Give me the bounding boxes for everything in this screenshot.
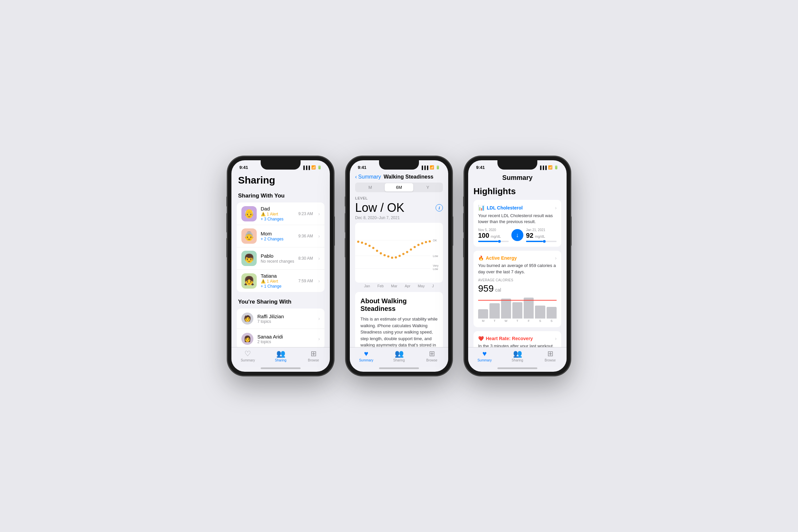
contact-name-mom: Mom [261,231,294,236]
avatar-mom: 👵 [241,228,257,244]
name-sanaa: Sanaa Aridi [258,334,313,340]
sharing-title: Sharing [231,171,330,191]
x-label-mar: Mar [391,284,397,288]
contact-pablo[interactable]: 👦 Pablo No recent changes 8:30 AM › [237,247,324,270]
tab-summary-phone3[interactable]: ♥ Summary [468,350,501,362]
contact-info-tatiana: Tatiana ⚠️ 1 Alert + 1 Change [261,273,294,289]
home-indicator-phone1 [261,367,301,369]
ws-scroll[interactable]: M 6M Y LEVEL Low / OK i Dec 8, 2020–Jun … [350,183,448,347]
ldl-unit1: mg/dL [491,234,501,239]
tab-browse-icon-phone1: ⊞ [310,350,317,358]
calorie-label: Average Calories [478,278,557,282]
tab-browse-phone2[interactable]: ⊞ Browse [415,350,448,362]
ldl-value2: 92 [526,232,533,239]
time-btn-m[interactable]: M [356,183,385,191]
avatar-sanaa: 👩 [241,333,253,345]
back-arrow[interactable]: ‹ [355,174,357,180]
dot-chart: OK Low Very Low [355,223,443,283]
day-s2: S [547,319,557,323]
bar-s2 [547,307,557,319]
tab-sharing-label-phone1: Sharing [275,358,286,362]
bar-m [478,309,488,319]
svg-point-17 [410,248,412,251]
svg-point-9 [380,252,382,255]
tab-sharing-phone1[interactable]: 👥 Sharing [264,350,297,362]
svg-point-18 [414,246,416,248]
tab-summary-icon-phone2: ♥ [364,350,368,358]
highlights-title: Highlights [468,185,567,200]
contact-time-dad: 9:23 AM [298,211,313,216]
alert-badge-tatiana: ⚠️ 1 Alert [261,279,278,284]
tab-summary-phone1[interactable]: ♡ Summary [231,350,264,362]
contact-name-dad: Dad [261,206,294,211]
active-energy-card[interactable]: 🔥 Active Energy › You burned an average … [474,251,561,327]
ldl-value-row1: 100 mg/dL [478,232,509,240]
contact-mom[interactable]: 👵 Mom + 2 Changes 9:36 AM › [237,225,324,247]
level-label: LEVEL [350,196,448,201]
topics-sanaa: 2 topics [258,340,313,344]
contact-tatiana[interactable]: 👧 Tatiana ⚠️ 1 Alert + 1 Change 7:5 [237,270,324,292]
phone-1-content: Sharing Sharing With You 👴 Dad ⚠️ 1 Aler… [231,171,330,372]
svg-text:Low: Low [433,267,438,271]
ldl-card[interactable]: 📊 LDL Cholesterol › Your recent LDL Chol… [474,200,561,247]
level-value-text: Low / OK [355,201,404,215]
home-indicator-phone3 [497,367,537,369]
active-energy-name-text: Active Energy [486,255,517,261]
heart-rate-name: ❤️ Heart Rate: Recovery [478,336,533,341]
ws-header: ‹ Summary Walking Steadiness [350,171,448,183]
tab-bar-phone2: ♥ Summary 👥 Sharing ⊞ Browse [350,347,448,367]
tab-sharing-label-phone2: Sharing [393,358,405,362]
contact-name-pablo: Pablo [261,253,294,259]
day-f: F [524,319,534,323]
sharing-raffi[interactable]: 🧑 Raffi Jilizian 7 topics › [237,308,324,329]
day-m: M [478,319,488,323]
status-time-2: 9:41 [358,165,366,170]
svg-point-21 [425,241,427,243]
calorie-chart: Average Calories 959 cal [478,278,557,323]
calorie-value-row: 959 cal [478,283,557,294]
tab-bar-phone1: ♡ Summary 👥 Sharing ⊞ Browse [231,347,330,367]
info-icon[interactable]: i [436,204,443,211]
avatar-raffi: 🧑 [241,312,253,324]
summary-scroll[interactable]: Highlights 📊 LDL Cholesterol › Your rece… [468,185,567,347]
svg-point-19 [417,244,420,246]
tab-browse-icon-phone2: ⊞ [429,350,435,358]
svg-point-6 [368,245,371,247]
contact-no-changes-pablo: No recent changes [261,259,294,264]
contact-dad[interactable]: 👴 Dad ⚠️ 1 Alert + 3 Changes 9:23 A [237,203,324,225]
tab-summary-label-phone2: Summary [359,358,374,362]
ldl-before: Nov 5, 2020 100 mg/dL [478,228,509,242]
tab-sharing-icon-phone3: 👥 [513,350,522,358]
sharing-scroll[interactable]: Sharing Sharing With You 👴 Dad ⚠️ 1 Aler… [231,171,330,347]
volume-down-btn [226,238,227,258]
tab-sharing-phone3[interactable]: 👥 Sharing [501,350,534,362]
tab-browse-phone1[interactable]: ⊞ Browse [297,350,330,362]
status-time: 9:41 [240,165,248,170]
avatar-tatiana: 👧 [241,273,257,289]
tab-sharing-label-phone3: Sharing [512,358,523,362]
back-label[interactable]: Summary [358,174,381,180]
volume-up-btn-2 [345,213,346,233]
tab-sharing-phone2[interactable]: 👥 Sharing [383,350,416,362]
time-btn-y[interactable]: Y [413,183,442,191]
changes-badge-mom: + 2 Changes [261,237,283,241]
contact-time-tatiana: 7:59 AM [298,279,313,283]
heart-rate-card[interactable]: ❤️ Heart Rate: Recovery › In the 3 minut… [474,331,561,347]
day-s1: S [535,319,545,323]
svg-point-16 [406,251,408,253]
volume-down-btn-2 [345,238,346,258]
chevron-sanaa: › [318,336,320,341]
section-sharing-with-you: Sharing With You [231,191,330,203]
ldl-bar-fill1 [478,241,498,242]
tab-browse-phone3[interactable]: ⊞ Browse [534,350,567,362]
tab-summary-phone2[interactable]: ♥ Summary [350,350,383,362]
chevron-heart: › [555,336,557,341]
sharing-sanaa[interactable]: 👩 Sanaa Aridi 2 topics › [237,329,324,347]
svg-point-7 [372,247,374,249]
silent-switch [226,196,227,207]
contact-time-pablo: 8:30 AM [298,256,313,261]
time-btn-6m[interactable]: 6M [385,183,414,191]
phone-1: 9:41 ▐▐▐ 📶 🔋 Sharing Sharing With You 👴 [227,156,334,376]
ldl-header: 📊 LDL Cholesterol › [478,205,557,211]
average-line [478,300,557,301]
